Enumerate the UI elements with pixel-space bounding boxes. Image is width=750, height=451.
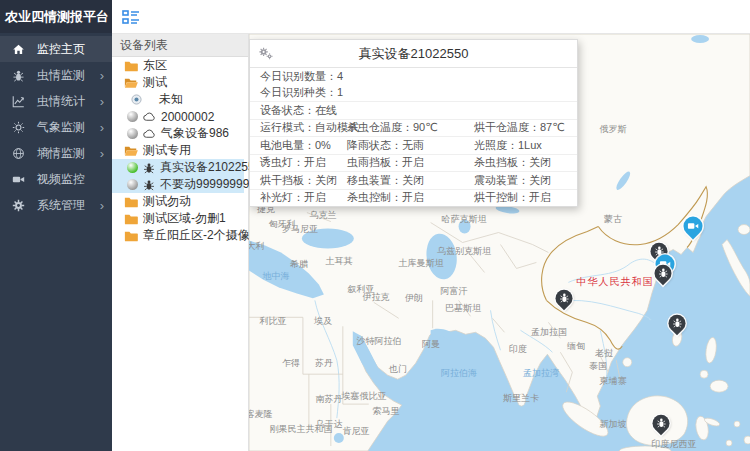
map-label: 肯尼亚 (343, 425, 370, 438)
sidebar-item-label: 墒情监测 (37, 145, 89, 162)
sidebar-item-label: 视频监控 (37, 171, 104, 188)
map-label: 伊朗 (405, 292, 423, 305)
popup-row: 烘干挡板：关闭移虫装置：关闭震动装置：关闭 (250, 171, 577, 189)
tree-folder[interactable]: 测试勿动 (112, 193, 248, 210)
insect-marker[interactable] (669, 315, 686, 332)
tree-device[interactable]: 未知 (112, 91, 248, 108)
popup-field: 诱虫灯：开启 (260, 155, 347, 170)
insect-icon (12, 68, 26, 82)
map-label: 索马里 (373, 405, 400, 418)
tree-folder[interactable]: 章丘阳丘区-2个摄像头 (112, 227, 248, 244)
folder-closed-icon (124, 60, 138, 72)
folder-open-icon (124, 77, 138, 89)
sun-icon (12, 120, 26, 134)
status-dot-green (127, 162, 138, 173)
video-icon (12, 172, 26, 186)
device-panel: 设备列表 东区测试未知20000002气象设备986测试专用真实设备210225… (112, 34, 249, 451)
popup-row: 运行模式：自动模式杀虫仓温度：90℃烘干仓温度：87℃ (250, 119, 577, 137)
map-label: 乌干达 (316, 418, 343, 431)
tree-device[interactable]: 不要动99999999 (112, 176, 244, 193)
tree-device[interactable]: 20000002 (112, 108, 248, 125)
insect-icon (656, 418, 666, 429)
device-popup: 真实设备21022550 今日识别数量：4今日识别种类：1设备状态：在线运行模式… (249, 39, 578, 207)
popup-row: 今日识别种类：1 (250, 85, 577, 102)
insect-marker[interactable] (653, 415, 670, 432)
layout-list-icon[interactable] (122, 10, 140, 24)
map-label: 哈萨克斯坦 (442, 213, 487, 226)
folder-open-icon (124, 145, 138, 157)
tree-device[interactable]: 真实设备21022550 (112, 159, 244, 176)
app-title: 农业四情测报平台 (0, 0, 112, 33)
popup-row: 电池电量：0%降雨状态：无雨光照度：1Lux (250, 136, 577, 154)
insect-marker[interactable] (556, 290, 573, 307)
tree-device[interactable]: 气象设备986 (112, 125, 248, 142)
sidebar-menu: 监控主页虫情监测›虫情统计›气象监测›墒情监测›视频监控系统管理› (0, 36, 112, 218)
popup-field: 设备状态：在线 (260, 103, 337, 118)
weather-device-icon (143, 112, 156, 122)
tree-label: 真实设备21022550 (160, 159, 261, 176)
map-label: 阿富汗 (441, 285, 468, 298)
map-label: 斯里兰卡 (503, 392, 539, 405)
content-area: 设备列表 东区测试未知20000002气象设备986测试专用真实设备210225… (112, 34, 750, 451)
popup-field: 降雨状态：无雨 (347, 138, 474, 153)
tree-folder[interactable]: 测试区域-勿删1 (112, 210, 248, 227)
camera-marker[interactable] (684, 217, 703, 236)
tree-label: 测试勿动 (143, 193, 191, 210)
sidebar-item-label: 虫情监测 (37, 67, 89, 84)
chart-icon (12, 94, 26, 108)
popup-field: 移虫装置：关闭 (347, 173, 474, 188)
map-label: 沙特阿拉伯 (357, 335, 402, 348)
sidebar-item-5[interactable]: 视频监控 (0, 166, 112, 192)
sidebar-item-label: 系统管理 (37, 197, 89, 214)
map-label: 苏丹 (315, 357, 333, 370)
map-canvas[interactable]: 俄罗斯蒙古中华人民共和国哈萨克斯坦乌克兰捷克匈牙利罗马尼亚意大利希腊土耳其土库曼… (249, 34, 750, 451)
marker-pin (665, 311, 689, 335)
map-label: 俄罗斯 (600, 123, 627, 136)
map-label: 孟加拉国 (531, 326, 567, 339)
popup-row: 设备状态：在线 (250, 101, 577, 119)
popup-field: 虫雨挡板：开启 (347, 155, 474, 170)
map-label: 阿曼 (422, 338, 440, 351)
marker-pin (680, 213, 707, 240)
popup-body: 今日识别数量：4今日识别种类：1设备状态：在线运行模式：自动模式杀虫仓温度：90… (250, 68, 577, 206)
tree-label: 未知 (159, 91, 183, 108)
sidebar-item-2[interactable]: 虫情统计› (0, 88, 112, 114)
map-label: 南苏丹 (316, 393, 343, 406)
tree-label: 章丘阳丘区-2个摄像头 (143, 227, 262, 244)
tree-folder[interactable]: 东区 (112, 57, 248, 74)
chevron-right-icon: › (100, 68, 104, 83)
map-label: 意大利 (249, 240, 265, 253)
sidebar-item-6[interactable]: 系统管理› (0, 192, 112, 218)
map-label: 伊拉克 (363, 291, 390, 304)
gears-icon[interactable] (258, 47, 278, 60)
sidebar: 农业四情测报平台 监控主页虫情监测›虫情统计›气象监测›墒情监测›视频监控系统管… (0, 0, 112, 451)
insect-marker[interactable] (655, 265, 672, 282)
chevron-right-icon: › (100, 120, 104, 135)
sidebar-item-3[interactable]: 气象监测› (0, 114, 112, 140)
sidebar-item-label: 气象监测 (37, 119, 89, 136)
tree-label: 东区 (143, 57, 167, 74)
tree-folder[interactable]: 测试专用 (112, 142, 248, 159)
popup-field: 今日识别种类：1 (260, 85, 343, 100)
gear-icon (12, 198, 26, 212)
map-label: 也门 (389, 363, 407, 376)
tree-label: 不要动99999999 (160, 176, 249, 193)
sidebar-item-label: 虫情统计 (37, 93, 89, 110)
status-dot-gray (127, 179, 138, 190)
sidebar-item-4[interactable]: 墒情监测› (0, 140, 112, 166)
map-label: 印度 (509, 343, 527, 356)
sidebar-item-1[interactable]: 虫情监测› (0, 62, 112, 88)
marker-pin (552, 286, 576, 310)
map-label: 希腊 (290, 258, 308, 271)
video-camera-icon (688, 222, 699, 231)
map-label: 利比亚 (260, 315, 287, 328)
tree-folder[interactable]: 测试 (112, 74, 248, 91)
tree-label: 气象设备986 (161, 125, 229, 142)
popup-field: 烘干挡板：关闭 (260, 173, 347, 188)
popup-field: 今日识别数量：4 (260, 69, 343, 84)
tree-label: 测试 (143, 74, 167, 91)
popup-field: 补光灯：开启 (260, 190, 347, 205)
sidebar-item-label: 监控主页 (37, 41, 104, 58)
sidebar-item-0[interactable]: 监控主页 (0, 36, 112, 62)
folder-closed-icon (124, 213, 138, 225)
